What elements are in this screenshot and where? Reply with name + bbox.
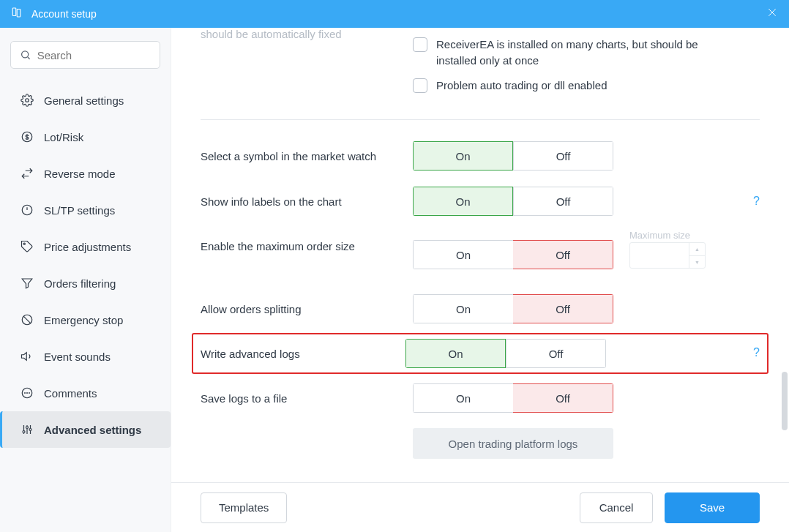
setting-label: Show info labels on the chart [201, 195, 413, 208]
sidebar-item-label: Orders filtering [44, 277, 116, 290]
swap-icon [20, 167, 34, 180]
sidebar-item-price-adjustments[interactable]: Price adjustments [0, 228, 171, 265]
toggle-max-order-size: On Off [413, 240, 613, 269]
sidebar-item-emergency[interactable]: Emergency stop [0, 301, 171, 338]
setting-label: Write advanced logs [201, 348, 405, 360]
sidebar-item-event-sounds[interactable]: Event sounds [0, 338, 171, 375]
sidebar-item-label: SL/TP settings [44, 204, 115, 217]
search-icon [20, 48, 31, 61]
toggle-off-button[interactable]: Off [513, 141, 613, 171]
toggle-info-labels: On Off [413, 187, 613, 216]
svg-point-2 [22, 51, 29, 58]
sidebar-item-label: General settings [44, 94, 124, 107]
truncated-setting-label: should be automatically fixed [201, 28, 413, 40]
alert-circle-icon [20, 203, 34, 217]
open-logs-button[interactable]: Open trading platform logs [413, 428, 613, 459]
close-icon [766, 7, 778, 18]
toggle-on-button[interactable]: On [413, 240, 513, 269]
dollar-circle-icon [20, 130, 34, 143]
filter-icon [20, 277, 34, 290]
templates-button[interactable]: Templates [201, 492, 287, 523]
toggle-off-button[interactable]: Off [513, 240, 613, 269]
svg-point-14 [29, 429, 31, 431]
svg-rect-0 [12, 8, 16, 16]
setting-info-labels: Show info labels on the chart On Off ? [201, 179, 760, 224]
sidebar-item-reverse[interactable]: Reverse mode [0, 155, 171, 192]
close-button[interactable] [766, 7, 778, 21]
checkbox-receiverea-manycharts[interactable] [413, 37, 427, 52]
checkbox-label: ReceiverEA is installed on many charts, … [436, 37, 729, 69]
window-title: Account setup [31, 8, 97, 20]
sidebar-item-general[interactable]: General settings [0, 82, 171, 119]
setting-label: Enable the maximum order size [201, 240, 413, 252]
toggle-off-button[interactable]: Off [513, 294, 613, 323]
scrollbar-thumb[interactable] [782, 372, 788, 430]
setting-label: Save logs to a file [201, 392, 413, 405]
cancel-button[interactable]: Cancel [580, 492, 653, 523]
toggle-save-logs: On Off [413, 383, 613, 413]
save-button[interactable]: Save [665, 492, 760, 523]
sidebar-item-sltp[interactable]: SL/TP settings [0, 192, 171, 228]
toggle-advanced-logs: On Off [405, 339, 606, 368]
svg-point-13 [26, 427, 29, 429]
toggle-on-button[interactable]: On [413, 383, 513, 413]
search-input[interactable] [37, 49, 151, 61]
setting-save-logs: Save logs to a file On Off [201, 375, 760, 421]
help-button[interactable]: ? [753, 346, 760, 359]
svg-point-3 [26, 99, 29, 102]
checkbox-autotrading-dll[interactable] [413, 78, 427, 93]
divider [201, 119, 760, 120]
app-logo-icon [11, 6, 24, 22]
toggle-on-button[interactable]: On [413, 294, 513, 323]
toggle-off-button[interactable]: Off [513, 383, 613, 413]
svg-point-10 [27, 393, 28, 394]
svg-point-12 [23, 431, 25, 433]
gear-icon [20, 94, 34, 107]
sidebar-item-comments[interactable]: Comments [0, 375, 171, 411]
sidebar-item-label: Price adjustments [44, 241, 131, 253]
sidebar-nav: General settings Lot/Risk Reverse mode S… [10, 82, 160, 448]
checkbox-label: Problem auto trading or dll enabled [436, 78, 607, 94]
toggle-on-button[interactable]: On [413, 187, 513, 216]
stepper-down-icon[interactable]: ▼ [689, 256, 705, 269]
sidebar-item-orders-filtering[interactable]: Orders filtering [0, 265, 171, 301]
sidebar-item-advanced[interactable]: Advanced settings [0, 411, 171, 448]
highlight-advanced-logs: Write advanced logs On Off [192, 333, 769, 374]
max-size-stepper[interactable]: ▲ ▼ [629, 242, 706, 269]
sidebar-item-label: Lot/Risk [44, 131, 83, 143]
setting-max-order-size: Enable the maximum order size On Off Max… [201, 224, 760, 286]
toggle-off-button[interactable]: Off [513, 187, 613, 216]
toggle-on-button[interactable]: On [405, 339, 506, 368]
max-size-label: Maximum size [629, 230, 706, 241]
sidebar-item-label: Comments [44, 387, 97, 400]
sidebar-item-label: Reverse mode [44, 168, 116, 180]
sidebar-item-label: Emergency stop [44, 314, 123, 326]
sidebar-item-label: Event sounds [44, 351, 111, 363]
svg-point-11 [29, 393, 30, 394]
stepper-up-icon[interactable]: ▲ [689, 243, 705, 256]
setting-label: Allow orders splitting [201, 303, 413, 315]
ban-icon [20, 313, 34, 326]
svg-point-9 [25, 393, 26, 394]
sliders-icon [20, 423, 34, 436]
chat-icon [20, 386, 34, 400]
setting-advanced-logs: Write advanced logs On Off [201, 334, 760, 372]
content-area: should be automatically fixed ReceiverEA… [171, 28, 789, 485]
footer: Templates Cancel Save [171, 482, 789, 532]
svg-point-6 [23, 243, 25, 244]
setting-select-symbol: Select a symbol in the market watch On O… [201, 133, 760, 179]
sidebar-item-lot-risk[interactable]: Lot/Risk [0, 119, 171, 155]
toggle-allow-splitting: On Off [413, 294, 613, 323]
setting-allow-splitting: Allow orders splitting On Off [201, 286, 760, 331]
search-field[interactable] [10, 41, 160, 69]
toggle-off-button[interactable]: Off [506, 339, 606, 368]
sidebar-item-label: Advanced settings [44, 424, 141, 436]
help-button[interactable]: ? [753, 195, 760, 208]
tag-icon [20, 240, 34, 253]
svg-rect-1 [17, 10, 20, 18]
title-bar: Account setup [0, 0, 789, 28]
toggle-on-button[interactable]: On [413, 141, 513, 171]
sidebar: General settings Lot/Risk Reverse mode S… [0, 28, 171, 532]
max-size-field-group: Maximum size ▲ ▼ [629, 230, 706, 269]
toggle-select-symbol: On Off [413, 141, 613, 171]
